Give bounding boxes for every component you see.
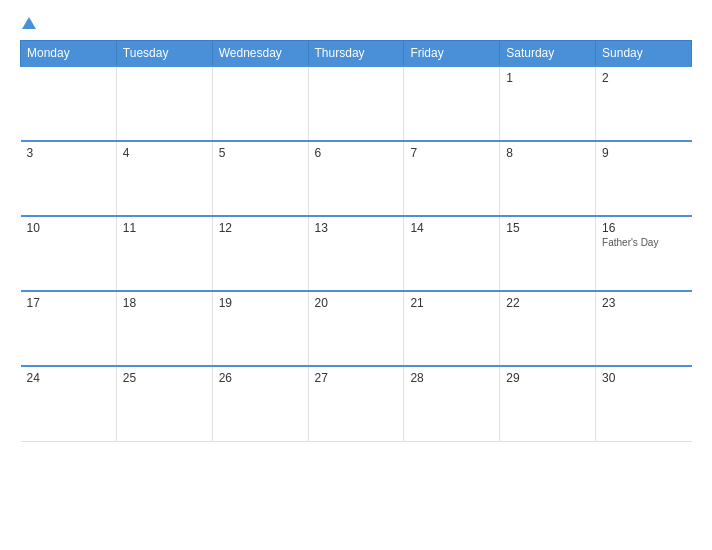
calendar-day-cell bbox=[116, 66, 212, 141]
day-number: 19 bbox=[219, 296, 302, 310]
day-number: 4 bbox=[123, 146, 206, 160]
calendar-week-row: 17181920212223 bbox=[21, 291, 692, 366]
calendar-day-cell: 25 bbox=[116, 366, 212, 441]
day-number: 13 bbox=[315, 221, 398, 235]
day-number: 5 bbox=[219, 146, 302, 160]
day-number: 29 bbox=[506, 371, 589, 385]
calendar-day-cell: 11 bbox=[116, 216, 212, 291]
calendar-day-cell: 26 bbox=[212, 366, 308, 441]
calendar-week-row: 10111213141516Father's Day bbox=[21, 216, 692, 291]
calendar-day-cell: 6 bbox=[308, 141, 404, 216]
calendar-day-cell bbox=[21, 66, 117, 141]
day-number: 7 bbox=[410, 146, 493, 160]
calendar-day-cell: 27 bbox=[308, 366, 404, 441]
day-number: 14 bbox=[410, 221, 493, 235]
calendar-day-cell: 19 bbox=[212, 291, 308, 366]
calendar-day-cell bbox=[404, 66, 500, 141]
day-number: 26 bbox=[219, 371, 302, 385]
calendar-day-header: Friday bbox=[404, 41, 500, 67]
day-number: 2 bbox=[602, 71, 685, 85]
day-number: 28 bbox=[410, 371, 493, 385]
day-number: 17 bbox=[27, 296, 110, 310]
day-number: 10 bbox=[27, 221, 110, 235]
day-number: 30 bbox=[602, 371, 685, 385]
calendar-day-cell: 29 bbox=[500, 366, 596, 441]
day-number: 15 bbox=[506, 221, 589, 235]
calendar-day-cell: 24 bbox=[21, 366, 117, 441]
calendar-day-cell: 7 bbox=[404, 141, 500, 216]
day-number: 8 bbox=[506, 146, 589, 160]
day-number: 20 bbox=[315, 296, 398, 310]
calendar-day-cell: 1 bbox=[500, 66, 596, 141]
logo-triangle-icon bbox=[22, 17, 36, 29]
day-number: 21 bbox=[410, 296, 493, 310]
day-number: 6 bbox=[315, 146, 398, 160]
calendar-week-row: 12 bbox=[21, 66, 692, 141]
calendar-day-cell: 9 bbox=[596, 141, 692, 216]
calendar-day-cell: 22 bbox=[500, 291, 596, 366]
calendar-day-cell bbox=[308, 66, 404, 141]
day-number: 3 bbox=[27, 146, 110, 160]
calendar-day-cell: 4 bbox=[116, 141, 212, 216]
calendar-day-cell: 18 bbox=[116, 291, 212, 366]
calendar-day-header: Monday bbox=[21, 41, 117, 67]
calendar-day-cell: 12 bbox=[212, 216, 308, 291]
day-number: 18 bbox=[123, 296, 206, 310]
event-label: Father's Day bbox=[602, 237, 685, 248]
calendar-day-cell: 13 bbox=[308, 216, 404, 291]
day-number: 25 bbox=[123, 371, 206, 385]
calendar-day-cell: 15 bbox=[500, 216, 596, 291]
calendar-day-cell: 14 bbox=[404, 216, 500, 291]
calendar-day-cell: 8 bbox=[500, 141, 596, 216]
day-number: 23 bbox=[602, 296, 685, 310]
day-number: 12 bbox=[219, 221, 302, 235]
calendar-day-cell: 23 bbox=[596, 291, 692, 366]
calendar-day-header: Sunday bbox=[596, 41, 692, 67]
calendar-day-header: Saturday bbox=[500, 41, 596, 67]
day-number: 24 bbox=[27, 371, 110, 385]
day-number: 11 bbox=[123, 221, 206, 235]
header bbox=[20, 18, 692, 30]
calendar-day-cell: 3 bbox=[21, 141, 117, 216]
day-number: 22 bbox=[506, 296, 589, 310]
calendar-day-cell: 5 bbox=[212, 141, 308, 216]
calendar-week-row: 3456789 bbox=[21, 141, 692, 216]
calendar-day-cell: 16Father's Day bbox=[596, 216, 692, 291]
page: MondayTuesdayWednesdayThursdayFridaySatu… bbox=[0, 0, 712, 550]
calendar-day-cell bbox=[212, 66, 308, 141]
day-number: 16 bbox=[602, 221, 685, 235]
calendar-table: MondayTuesdayWednesdayThursdayFridaySatu… bbox=[20, 40, 692, 442]
calendar-day-cell: 17 bbox=[21, 291, 117, 366]
calendar-day-header: Tuesday bbox=[116, 41, 212, 67]
calendar-day-cell: 30 bbox=[596, 366, 692, 441]
calendar-day-cell: 20 bbox=[308, 291, 404, 366]
day-number: 27 bbox=[315, 371, 398, 385]
calendar-week-row: 24252627282930 bbox=[21, 366, 692, 441]
logo bbox=[20, 18, 38, 30]
calendar-header-row: MondayTuesdayWednesdayThursdayFridaySatu… bbox=[21, 41, 692, 67]
calendar-day-cell: 10 bbox=[21, 216, 117, 291]
calendar-day-header: Wednesday bbox=[212, 41, 308, 67]
day-number: 1 bbox=[506, 71, 589, 85]
day-number: 9 bbox=[602, 146, 685, 160]
calendar-day-cell: 2 bbox=[596, 66, 692, 141]
calendar-day-cell: 28 bbox=[404, 366, 500, 441]
calendar-day-cell: 21 bbox=[404, 291, 500, 366]
calendar-day-header: Thursday bbox=[308, 41, 404, 67]
